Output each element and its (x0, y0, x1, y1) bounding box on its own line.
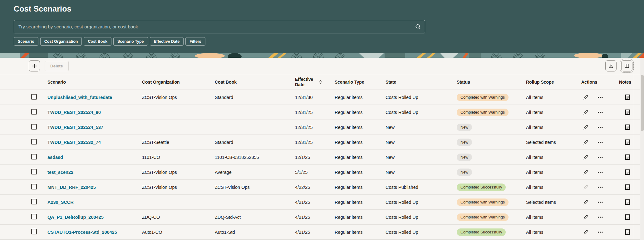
more-actions-button[interactable] (596, 94, 604, 101)
scenario-link[interactable]: MNT_DD_RRF_220425 (47, 185, 96, 190)
status-cell: New (457, 154, 526, 161)
notes-button[interactable] (624, 93, 631, 101)
notes-button[interactable] (624, 213, 631, 221)
chip-scenario[interactable]: Scenario (14, 37, 38, 46)
col-header-cost-organization[interactable]: Cost Organization (142, 80, 215, 85)
col-header-effective-date[interactable]: Effective Date (295, 77, 335, 87)
notes-button[interactable] (624, 228, 631, 236)
scenario-link[interactable]: asdasd (47, 155, 63, 160)
status-badge: Completed with Warnings (457, 213, 509, 221)
delete-button[interactable]: Delete (45, 61, 69, 71)
pencil-icon (583, 125, 588, 130)
add-button[interactable] (29, 60, 40, 71)
vertical-scrollbar[interactable] (640, 58, 644, 240)
col-header-scenario[interactable]: Scenario (47, 80, 142, 85)
notes-cell (617, 180, 634, 194)
search-icon[interactable] (415, 24, 421, 30)
more-actions-button[interactable] (596, 139, 604, 146)
scenario-link[interactable]: Unplushlised_with_futuredate (47, 95, 112, 100)
status-cell: Completed with Warnings (457, 213, 526, 221)
scenario-cell: CSTAUTO1-Process-Std_200425 (47, 230, 142, 235)
edit-button[interactable] (582, 213, 589, 221)
row-checkbox[interactable] (31, 139, 37, 144)
rollup-scope-cell: All Items (526, 215, 581, 220)
col-header-cost-book[interactable]: Cost Book (215, 80, 295, 85)
row-checkbox[interactable] (31, 199, 37, 204)
toolbar-right-group (605, 60, 632, 71)
scenario-link[interactable]: CSTAUTO1-Process-Std_200425 (47, 230, 117, 235)
row-checkbox[interactable] (31, 169, 37, 174)
notes-cell (617, 210, 634, 224)
more-actions-button[interactable] (596, 184, 604, 191)
status-badge: New (457, 154, 472, 161)
more-actions-button[interactable] (596, 109, 604, 116)
edit-button[interactable] (582, 154, 589, 161)
edit-button[interactable] (582, 139, 589, 146)
row-checkbox[interactable] (31, 94, 37, 100)
col-header-scenario-type[interactable]: Scenario Type (335, 80, 386, 85)
row-checkbox[interactable] (31, 214, 37, 219)
sort-icon[interactable] (319, 80, 322, 85)
actions-cell (581, 169, 617, 176)
edit-button[interactable] (582, 198, 589, 206)
edit-button[interactable] (582, 169, 589, 176)
chip-filters[interactable]: Filters (185, 37, 205, 46)
notes-button[interactable] (624, 138, 631, 146)
notes-button[interactable] (624, 183, 631, 191)
row-checkbox[interactable] (31, 229, 37, 234)
more-actions-button[interactable] (596, 198, 604, 206)
notes-button[interactable] (624, 108, 631, 116)
scenario-link[interactable]: test_scen22 (47, 170, 73, 175)
chip-cost-organization[interactable]: Cost Organization (40, 37, 82, 46)
table-row: TWDD_REST_202532_74 ZCST-Seattle Standar… (0, 135, 644, 150)
scenario-link[interactable]: TWDD_REST_202532_74 (47, 140, 101, 145)
select-cell (27, 199, 47, 205)
state-cell: New (386, 125, 457, 130)
col-header-state[interactable]: State (386, 80, 457, 85)
status-badge: New (457, 124, 472, 131)
select-cell (27, 94, 47, 100)
status-cell: Completed with Warnings (457, 109, 526, 116)
ellipsis-icon (597, 110, 603, 115)
notes-document-icon (625, 169, 630, 175)
chip-scenario-type[interactable]: Scenario Type (113, 37, 148, 46)
more-actions-button[interactable] (596, 169, 604, 176)
col-header-rollup-scope[interactable]: Rollup Scope (526, 80, 581, 85)
scenario-type-cell: Regular items (335, 155, 386, 160)
split-view-button[interactable] (621, 60, 632, 71)
download-button[interactable] (605, 60, 617, 71)
table-toolbar: Delete (0, 58, 644, 74)
table-row: TWDD_REST_202524_90 12/31/25 Regular ite… (0, 105, 644, 120)
more-actions-button[interactable] (596, 154, 604, 161)
edit-button[interactable] (582, 184, 589, 191)
chip-cost-book[interactable]: Cost Book (84, 37, 111, 46)
more-actions-button[interactable] (596, 213, 604, 221)
more-actions-button[interactable] (596, 228, 604, 236)
scenario-link[interactable]: TWDD_REST_202524_90 (47, 110, 101, 115)
row-checkbox[interactable] (31, 109, 37, 115)
notes-button[interactable] (624, 168, 631, 176)
notes-cell (617, 135, 634, 149)
notes-button[interactable] (624, 123, 631, 131)
row-checkbox[interactable] (31, 154, 37, 159)
edit-button[interactable] (582, 109, 589, 116)
edit-button[interactable] (582, 94, 589, 101)
notes-button[interactable] (624, 198, 631, 206)
scenario-link[interactable]: A230_SCCR (47, 200, 74, 205)
row-checkbox[interactable] (31, 184, 37, 189)
edit-button[interactable] (582, 228, 589, 236)
scrollbar-thumb[interactable] (641, 75, 644, 131)
scenarios-table: Scenario Cost Organization Cost Book Eff… (0, 74, 644, 240)
col-header-status[interactable]: Status (457, 80, 526, 85)
edit-button[interactable] (582, 124, 589, 131)
row-checkbox[interactable] (31, 124, 37, 130)
scenario-link[interactable]: TWDD_REST_202524_537 (47, 125, 103, 130)
scenario-link[interactable]: QA_P1_DelRollup_200425 (47, 215, 104, 220)
search-input[interactable] (14, 20, 425, 33)
more-actions-button[interactable] (596, 124, 604, 131)
chip-effective-date[interactable]: Effective Date (150, 37, 184, 46)
notes-button[interactable] (624, 153, 631, 161)
select-cell (27, 109, 47, 115)
ellipsis-icon (597, 140, 603, 145)
ellipsis-icon (597, 95, 603, 100)
